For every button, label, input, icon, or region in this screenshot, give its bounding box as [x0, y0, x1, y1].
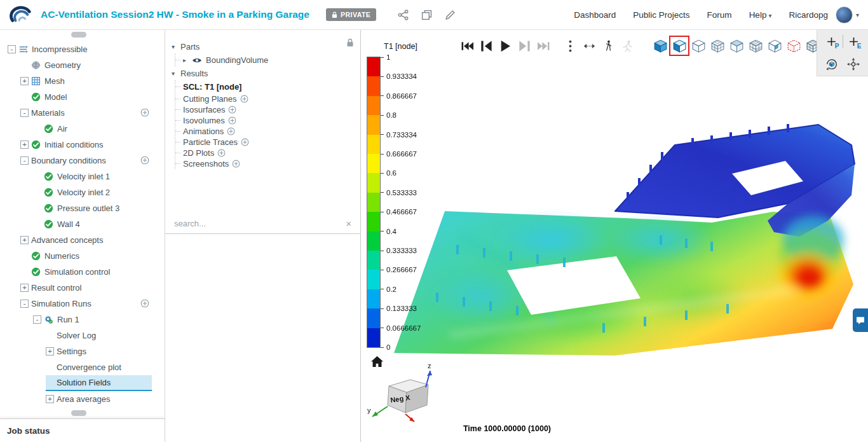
tree-item-advanced-concepts[interactable]: +Advanced concepts: [0, 232, 165, 248]
add-icon[interactable]: [227, 127, 235, 135]
tree-item-materials[interactable]: -Materials: [0, 105, 165, 121]
cube-faces-select-icon[interactable]: [785, 37, 803, 55]
home-view-icon[interactable]: [371, 356, 383, 367]
job-status-bar[interactable]: Job status: [0, 418, 165, 442]
tree-item-velocity-inlet-1[interactable]: Velocity inlet 1: [0, 169, 165, 184]
play-icon[interactable]: [496, 37, 514, 55]
tree-item-incompressible[interactable]: -Incompressible: [0, 41, 165, 57]
more-options-icon[interactable]: [561, 37, 579, 55]
fit-width-icon[interactable]: [580, 37, 598, 55]
nav-item-forum[interactable]: Forum: [707, 10, 732, 20]
walkthrough-icon[interactable]: [599, 37, 617, 55]
rotate-view-icon[interactable]: [823, 55, 841, 73]
lock-icon[interactable]: [346, 38, 354, 47]
tree-item-area-averages[interactable]: +Area averages: [0, 391, 165, 407]
tree-item-solver-log[interactable]: Solver Log: [0, 328, 165, 343]
expand-icon[interactable]: +: [20, 141, 29, 149]
expand-icon[interactable]: +: [20, 77, 29, 85]
tree-item-solution-fields[interactable]: Solution Fields: [0, 375, 165, 391]
tree-item-initial-conditions[interactable]: +Initial conditions: [0, 137, 165, 153]
nav-item-help[interactable]: Help▾: [749, 10, 772, 20]
tree-item-air[interactable]: Air: [0, 121, 165, 137]
user-avatar[interactable]: [836, 6, 853, 24]
cube-mesh-view-icon[interactable]: [747, 37, 764, 55]
step-forward-icon[interactable]: [515, 37, 533, 55]
tree-item-pressure-outlet-3[interactable]: Pressure outlet 3: [0, 200, 165, 216]
skip-to-first-icon[interactable]: [458, 37, 476, 55]
tree-item-2d-plots[interactable]: 2D Plots: [175, 148, 360, 158]
username[interactable]: Ricardopg: [789, 10, 828, 20]
collapse-icon[interactable]: -: [20, 156, 29, 165]
tree-item-numerics[interactable]: Numerics: [0, 248, 165, 264]
tree-item-result-control[interactable]: +Result control: [0, 280, 165, 296]
tree-item-geometry[interactable]: Geometry: [0, 57, 165, 73]
scroll-down-indicator[interactable]: [71, 410, 86, 416]
add-icon[interactable]: [228, 106, 236, 114]
nav-item-public-projects[interactable]: Public Projects: [633, 10, 689, 20]
expand-icon[interactable]: +: [20, 236, 29, 244]
expand-icon[interactable]: +: [46, 395, 54, 403]
orthogonal-view-icon[interactable]: [670, 37, 688, 55]
flythrough-icon[interactable]: [618, 37, 636, 55]
edit-icon[interactable]: [445, 10, 456, 20]
tree-item-boundary-conditions[interactable]: -Boundary conditions: [0, 153, 165, 169]
add-element-probe-icon[interactable]: E: [846, 33, 862, 50]
chevron-down-icon[interactable]: ▾: [172, 43, 180, 50]
tree-item-cutting-planes[interactable]: Cutting Planes: [175, 93, 360, 104]
results-group-row[interactable]: ▾Results: [172, 67, 360, 80]
tree-item-simulation-runs[interactable]: -Simulation Runs: [0, 296, 165, 312]
add-icon[interactable]: [217, 149, 226, 157]
add-icon[interactable]: [228, 116, 236, 125]
tree-item-velocity-inlet-2[interactable]: Velocity inlet 2: [0, 184, 165, 200]
app-logo-icon[interactable]: [9, 4, 33, 25]
expand-icon[interactable]: +: [46, 347, 54, 356]
tree-item-particle-traces[interactable]: Particle Traces: [175, 137, 360, 148]
tree-item-scl-t1-node[interactable]: SCL: T1 [node]: [175, 80, 360, 93]
collapse-icon[interactable]: -: [33, 315, 41, 324]
tree-item-animations[interactable]: Animations: [175, 126, 360, 137]
tree-item-isovolumes[interactable]: Isovolumes: [175, 115, 360, 126]
tree-item-convergence-plot[interactable]: Convergence plot: [0, 359, 165, 375]
search-input[interactable]: [174, 219, 346, 228]
duplicate-icon[interactable]: [421, 10, 432, 20]
visibility-eye-icon[interactable]: [192, 57, 202, 64]
tree-item-boundingvolume[interactable]: ▸BoundingVolume: [175, 53, 360, 67]
scroll-up-indicator[interactable]: [71, 32, 86, 38]
collapse-icon[interactable]: -: [20, 109, 29, 117]
cube-corner-view-icon[interactable]: [766, 37, 783, 55]
chevron-right-icon[interactable]: ▸: [183, 57, 192, 64]
center-view-icon[interactable]: [844, 55, 862, 73]
add-icon[interactable]: [140, 156, 149, 165]
nav-item-dashboard[interactable]: Dashboard: [574, 10, 616, 20]
add-point-probe-icon[interactable]: P: [824, 33, 840, 50]
collapse-icon[interactable]: -: [8, 45, 16, 53]
add-icon[interactable]: [240, 95, 248, 103]
chevron-down-icon[interactable]: ▾: [172, 70, 180, 77]
tree-item-model[interactable]: Model: [0, 89, 165, 105]
expand-icon[interactable]: +: [20, 284, 29, 292]
skip-to-last-icon[interactable]: [534, 37, 552, 55]
add-icon[interactable]: [232, 160, 240, 168]
tree-item-run-1[interactable]: -Run 1: [0, 312, 165, 328]
perspective-view-icon[interactable]: [651, 37, 669, 55]
cube-grid-view-icon[interactable]: [709, 37, 726, 55]
orientation-cube[interactable]: Neg X z y: [366, 361, 455, 432]
chat-button[interactable]: [853, 308, 868, 332]
chevron-down-icon[interactable]: ▾: [856, 11, 859, 18]
clear-search-icon[interactable]: ×: [346, 219, 351, 228]
share-icon[interactable]: [398, 10, 409, 20]
add-icon[interactable]: [241, 138, 249, 146]
cube-outline-view-icon[interactable]: [689, 37, 707, 55]
add-icon[interactable]: [140, 108, 149, 117]
tree-item-mesh[interactable]: +Mesh: [0, 73, 165, 89]
tree-item-simulation-control[interactable]: Simulation control: [0, 264, 165, 280]
add-icon[interactable]: [140, 299, 149, 308]
tree-item-wall-4[interactable]: Wall 4: [0, 216, 165, 232]
collapse-icon[interactable]: -: [20, 300, 29, 308]
step-back-icon[interactable]: [477, 37, 495, 55]
tree-item-settings[interactable]: +Settings: [0, 343, 165, 359]
cube-section-view-icon[interactable]: [728, 37, 745, 55]
tree-item-screenshots[interactable]: Screenshots: [175, 158, 360, 169]
tree-item-isosurfaces[interactable]: Isosurfaces: [175, 104, 360, 115]
parts-group-row[interactable]: ▾Parts: [172, 40, 360, 53]
